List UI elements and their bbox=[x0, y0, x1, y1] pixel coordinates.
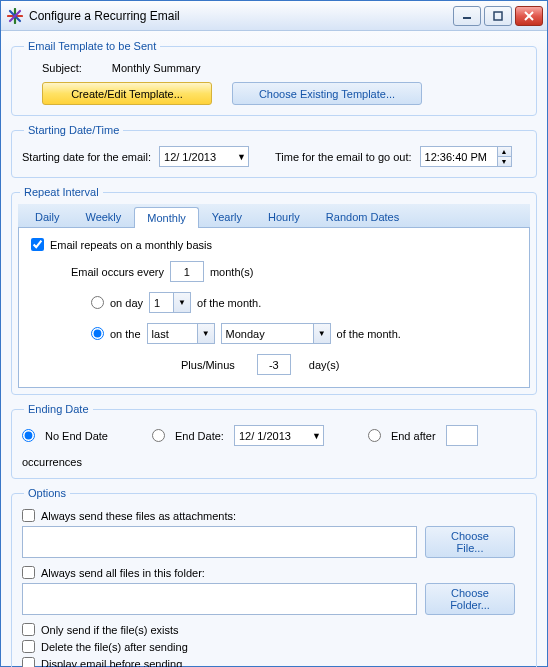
starting-time-label: Time for the email to go out: bbox=[275, 151, 412, 163]
tab-hourly[interactable]: Hourly bbox=[255, 206, 313, 227]
starting-date-picker[interactable]: 12/ 1/2013 ▼ bbox=[159, 146, 249, 167]
legend-ending: Ending Date bbox=[24, 403, 93, 415]
on-day-value: 1 bbox=[154, 297, 160, 309]
starting-date-label: Starting date for the email: bbox=[22, 151, 151, 163]
display-before-checkbox[interactable] bbox=[22, 657, 35, 667]
window-controls bbox=[453, 6, 543, 26]
weekday-select[interactable]: Monday ▼ bbox=[221, 323, 331, 344]
end-date-radio[interactable] bbox=[152, 429, 165, 442]
display-before-label: Display email before sending bbox=[41, 658, 182, 668]
dropdown-arrow-icon: ▼ bbox=[313, 324, 330, 343]
fieldset-options: Options Always send these files as attac… bbox=[11, 487, 537, 667]
occurs-every-input[interactable] bbox=[170, 261, 204, 282]
subject-label: Subject: bbox=[42, 62, 82, 74]
tab-random-dates[interactable]: Random Dates bbox=[313, 206, 412, 227]
titlebar: Configure a Recurring Email bbox=[1, 1, 547, 31]
days-label: day(s) bbox=[309, 359, 340, 371]
minimize-button[interactable] bbox=[453, 6, 481, 26]
ordinal-select[interactable]: last ▼ bbox=[147, 323, 215, 344]
on-day-label: on day bbox=[110, 297, 143, 309]
starting-time-value: 12:36:40 PM bbox=[425, 151, 487, 163]
close-button[interactable] bbox=[515, 6, 543, 26]
delete-after-label: Delete the file(s) after sending bbox=[41, 641, 188, 653]
attach-files-textbox[interactable] bbox=[22, 526, 417, 558]
dialog-window: Configure a Recurring Email Email Templa… bbox=[0, 0, 548, 667]
choose-folder-button[interactable]: Choose Folder... bbox=[425, 583, 515, 615]
client-area: Email Template to be Sent Subject: Month… bbox=[1, 31, 547, 667]
spin-up-icon[interactable]: ▲ bbox=[497, 147, 511, 157]
choose-file-button[interactable]: Choose File... bbox=[425, 526, 515, 558]
starting-date-value: 12/ 1/2013 bbox=[164, 151, 216, 163]
monthly-repeat-label: Email repeats on a monthly basis bbox=[50, 239, 212, 251]
tab-monthly[interactable]: Monthly bbox=[134, 207, 199, 228]
tab-weekly[interactable]: Weekly bbox=[72, 206, 134, 227]
tab-daily[interactable]: Daily bbox=[22, 206, 72, 227]
weekday-value: Monday bbox=[226, 328, 265, 340]
legend-repeat: Repeat Interval bbox=[20, 186, 103, 198]
legend-template: Email Template to be Sent bbox=[24, 40, 160, 52]
of-month-label-1: of the month. bbox=[197, 297, 261, 309]
months-label: month(s) bbox=[210, 266, 253, 278]
end-date-label: End Date: bbox=[175, 430, 224, 442]
dropdown-arrow-icon: ▼ bbox=[197, 324, 214, 343]
repeat-tabstrip: Daily Weekly Monthly Yearly Hourly Rando… bbox=[18, 204, 530, 228]
dropdown-arrow-icon: ▼ bbox=[173, 293, 190, 312]
occurrences-label: occurrences bbox=[22, 456, 82, 468]
delete-after-checkbox[interactable] bbox=[22, 640, 35, 653]
tab-yearly[interactable]: Yearly bbox=[199, 206, 255, 227]
starting-time-spinner[interactable]: 12:36:40 PM ▲▼ bbox=[420, 146, 512, 167]
attach-label: Always send these files as attachments: bbox=[41, 510, 236, 522]
dropdown-arrow-icon: ▼ bbox=[312, 431, 321, 441]
on-day-radio[interactable] bbox=[91, 296, 104, 309]
fieldset-starting: Starting Date/Time Starting date for the… bbox=[11, 124, 537, 178]
legend-starting: Starting Date/Time bbox=[24, 124, 123, 136]
occurs-every-label: Email occurs every bbox=[71, 266, 164, 278]
legend-options: Options bbox=[24, 487, 70, 499]
fieldset-repeat: Repeat Interval Daily Weekly Monthly Yea… bbox=[11, 186, 537, 395]
end-after-radio[interactable] bbox=[368, 429, 381, 442]
ordinal-value: last bbox=[152, 328, 169, 340]
only-if-exists-label: Only send if the file(s) exists bbox=[41, 624, 179, 636]
end-after-input[interactable] bbox=[446, 425, 478, 446]
of-month-label-2: of the month. bbox=[337, 328, 401, 340]
folder-checkbox[interactable] bbox=[22, 566, 35, 579]
on-the-radio[interactable] bbox=[91, 327, 104, 340]
plus-minus-input[interactable] bbox=[257, 354, 291, 375]
attach-checkbox[interactable] bbox=[22, 509, 35, 522]
end-date-picker[interactable]: 12/ 1/2013 ▼ bbox=[234, 425, 324, 446]
svg-rect-5 bbox=[494, 12, 502, 20]
plus-minus-label: Plus/Minus bbox=[181, 359, 235, 371]
fieldset-ending: Ending Date No End Date End Date: 12/ 1/… bbox=[11, 403, 537, 479]
dropdown-arrow-icon: ▼ bbox=[237, 152, 246, 162]
folder-textbox[interactable] bbox=[22, 583, 417, 615]
end-after-label: End after bbox=[391, 430, 436, 442]
monthly-repeat-checkbox[interactable] bbox=[31, 238, 44, 251]
no-end-date-radio[interactable] bbox=[22, 429, 35, 442]
window-title: Configure a Recurring Email bbox=[29, 9, 453, 23]
no-end-date-label: No End Date bbox=[45, 430, 108, 442]
tab-body-monthly: Email repeats on a monthly basis Email o… bbox=[18, 228, 530, 388]
spin-down-icon[interactable]: ▼ bbox=[497, 157, 511, 166]
folder-label: Always send all files in this folder: bbox=[41, 567, 205, 579]
subject-value: Monthly Summary bbox=[112, 62, 201, 74]
only-if-exists-checkbox[interactable] bbox=[22, 623, 35, 636]
fieldset-template: Email Template to be Sent Subject: Month… bbox=[11, 40, 537, 116]
on-the-label: on the bbox=[110, 328, 141, 340]
create-edit-template-button[interactable]: Create/Edit Template... bbox=[42, 82, 212, 105]
maximize-button[interactable] bbox=[484, 6, 512, 26]
on-day-select[interactable]: 1 ▼ bbox=[149, 292, 191, 313]
app-icon bbox=[7, 8, 23, 24]
choose-existing-template-button[interactable]: Choose Existing Template... bbox=[232, 82, 422, 105]
end-date-value: 12/ 1/2013 bbox=[239, 430, 291, 442]
